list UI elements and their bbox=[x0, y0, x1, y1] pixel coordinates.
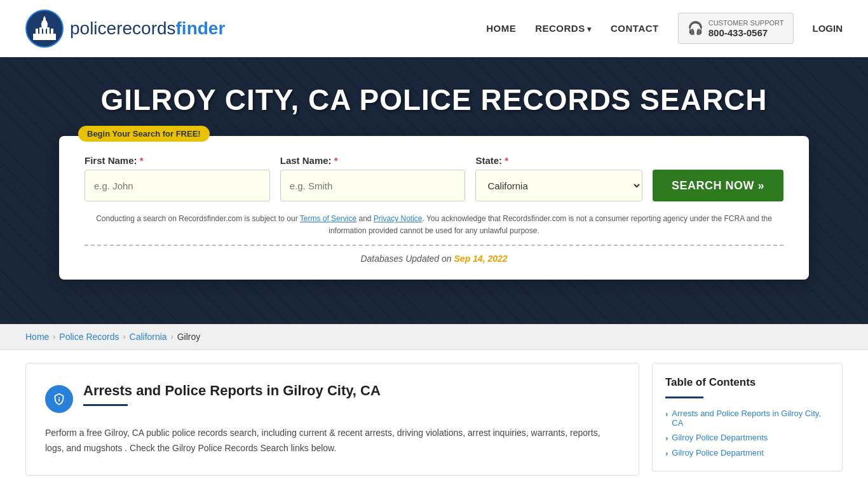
badge-icon bbox=[45, 385, 73, 413]
svg-rect-3 bbox=[39, 27, 42, 34]
breadcrumb-bar: Home › Police Records › California › Gil… bbox=[0, 324, 868, 350]
toc-title: Table of Contents bbox=[665, 376, 829, 389]
breadcrumb-police-records[interactable]: Police Records bbox=[59, 332, 119, 342]
db-updated: Databases Updated on Sep 14, 2022 bbox=[85, 254, 783, 264]
disclaimer-text: Conducting a search on Recordsfinder.com… bbox=[85, 213, 783, 237]
search-card: Begin Your Search for FREE! First Name: … bbox=[59, 136, 809, 280]
search-form: First Name: * Last Name: * State: * bbox=[85, 155, 783, 201]
svg-rect-2 bbox=[36, 29, 38, 34]
logo-area: policerecordsfinder bbox=[25, 10, 225, 48]
shield-badge-icon bbox=[52, 392, 66, 406]
main-content: Arrests and Police Reports in Gilroy Cit… bbox=[25, 363, 639, 476]
svg-point-7 bbox=[41, 20, 48, 30]
breadcrumb-gilroy: Gilroy bbox=[177, 332, 201, 342]
breadcrumb-sep-3: › bbox=[171, 332, 173, 341]
last-name-group: Last Name: * bbox=[280, 155, 466, 201]
breadcrumb-home[interactable]: Home bbox=[25, 332, 49, 342]
support-label: CUSTOMER SUPPORT bbox=[709, 18, 784, 27]
svg-rect-1 bbox=[33, 34, 56, 40]
nav-login[interactable]: LOGIN bbox=[813, 23, 843, 34]
toc-item-2: › Gilroy Police Departments bbox=[665, 433, 829, 443]
db-date: Sep 14, 2022 bbox=[454, 254, 508, 264]
breadcrumb-sep-1: › bbox=[53, 332, 55, 341]
headset-icon: 🎧 bbox=[688, 20, 703, 36]
toc-item-1: › Arrests and Police Reports in Gilroy C… bbox=[665, 409, 829, 428]
first-name-group: First Name: * bbox=[85, 155, 270, 201]
free-badge: Begin Your Search for FREE! bbox=[78, 126, 210, 142]
search-button[interactable]: SEARCH NOW » bbox=[653, 170, 783, 201]
toc-item-3: › Gilroy Police Department bbox=[665, 448, 829, 458]
hero-content: GILROY CITY, CA POLICE RECORDS SEARCH Be… bbox=[53, 83, 815, 280]
svg-rect-5 bbox=[47, 27, 50, 34]
main-nav: HOME RECORDS CONTACT 🎧 CUSTOMER SUPPORT … bbox=[486, 13, 843, 44]
article-title-block: Arrests and Police Reports in Gilroy Cit… bbox=[83, 383, 381, 406]
article-body: Perform a free Gilroy, CA public police … bbox=[45, 426, 620, 456]
content-area: Arrests and Police Reports in Gilroy Cit… bbox=[0, 350, 868, 488]
toc-list: › Arrests and Police Reports in Gilroy C… bbox=[665, 409, 829, 458]
logo-text: policerecordsfinder bbox=[70, 18, 225, 39]
toc-divider bbox=[665, 396, 703, 398]
toc-arrow-2: › bbox=[665, 433, 668, 443]
state-select[interactable]: California Alabama Alaska Arizona Arkans… bbox=[475, 170, 642, 201]
article-title: Arrests and Police Reports in Gilroy Cit… bbox=[83, 383, 381, 399]
toc-arrow-1: › bbox=[665, 409, 668, 419]
tos-link[interactable]: Terms of Service bbox=[300, 214, 356, 223]
db-label: Databases Updated on bbox=[360, 254, 451, 264]
nav-records[interactable]: RECORDS bbox=[535, 23, 592, 34]
toc-arrow-3: › bbox=[665, 449, 668, 458]
toc-link-3[interactable]: Gilroy Police Department bbox=[672, 448, 764, 458]
divider bbox=[85, 245, 783, 246]
first-name-required: * bbox=[140, 155, 144, 166]
toc-link-1[interactable]: Arrests and Police Reports in Gilroy Cit… bbox=[672, 409, 829, 428]
svg-rect-6 bbox=[51, 29, 53, 34]
logo-icon bbox=[25, 10, 64, 48]
toc-box: Table of Contents › Arrests and Police R… bbox=[652, 363, 843, 471]
nav-home[interactable]: HOME bbox=[486, 23, 516, 34]
state-required: * bbox=[505, 155, 508, 166]
first-name-label: First Name: * bbox=[85, 155, 270, 166]
hero-title: GILROY CITY, CA POLICE RECORDS SEARCH bbox=[100, 83, 767, 117]
article-header: Arrests and Police Reports in Gilroy Cit… bbox=[45, 383, 620, 413]
toc-link-2[interactable]: Gilroy Police Departments bbox=[672, 433, 768, 442]
breadcrumb: Home › Police Records › California › Gil… bbox=[25, 332, 843, 342]
last-name-required: * bbox=[334, 155, 338, 166]
sidebar: Table of Contents › Arrests and Police R… bbox=[652, 363, 843, 476]
state-group: State: * California Alabama Alaska Arizo… bbox=[475, 155, 642, 201]
site-header: policerecordsfinder HOME RECORDS CONTACT… bbox=[0, 0, 868, 57]
nav-contact[interactable]: CONTACT bbox=[611, 23, 659, 34]
svg-rect-8 bbox=[43, 18, 46, 21]
hero-section: GILROY CITY, CA POLICE RECORDS SEARCH Be… bbox=[0, 57, 868, 324]
state-label: State: * bbox=[475, 155, 642, 166]
customer-support-box: 🎧 CUSTOMER SUPPORT 800-433-0567 bbox=[678, 13, 794, 44]
support-info: CUSTOMER SUPPORT 800-433-0567 bbox=[709, 18, 784, 38]
support-number: 800-433-0567 bbox=[709, 27, 784, 38]
first-name-input[interactable] bbox=[85, 170, 270, 201]
last-name-input[interactable] bbox=[280, 170, 466, 201]
title-underline bbox=[83, 404, 128, 406]
last-name-label: Last Name: * bbox=[280, 155, 466, 166]
breadcrumb-sep-2: › bbox=[123, 332, 126, 341]
privacy-link[interactable]: Privacy Notice bbox=[374, 214, 423, 223]
breadcrumb-california[interactable]: California bbox=[130, 332, 167, 342]
